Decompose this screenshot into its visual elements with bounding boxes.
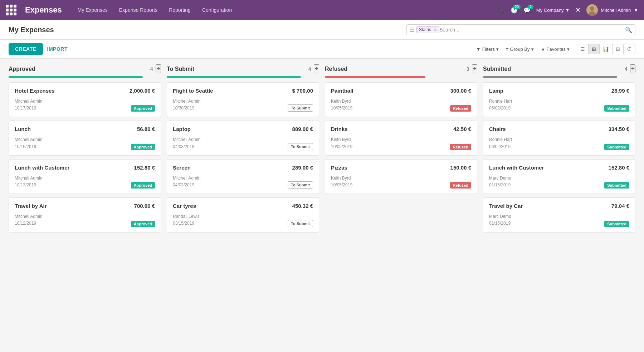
calendar-icon[interactable]: 🕐 20 bbox=[511, 7, 518, 14]
card-date: 10/05/2019 bbox=[331, 182, 352, 189]
kanban-card[interactable]: Pizzas 150.00 € Keith Byrd 10/05/2019 Re… bbox=[325, 159, 477, 194]
create-button[interactable]: CREATE bbox=[9, 43, 43, 55]
card-row-bottom: Mitchell Admin 04/03/2019 To Submit bbox=[173, 175, 313, 189]
subheader: My Expenses ☰ Status ✕ 🔍 bbox=[0, 20, 644, 40]
card-row-bottom: Keith Byrd 10/05/2019 Refused bbox=[331, 98, 471, 112]
clock-view-button[interactable]: ⏱ bbox=[624, 44, 635, 54]
phone-icon[interactable]: 📞 bbox=[498, 7, 505, 14]
kanban-card[interactable]: Lunch 56.80 € Mitchell Admin 10/15/2019 … bbox=[9, 121, 161, 155]
kanban-card[interactable]: Laptop 889.00 € Mitchell Admin 04/03/201… bbox=[167, 121, 319, 155]
card-amount: 56.80 € bbox=[137, 126, 155, 132]
card-user: Keith Byrd bbox=[331, 136, 352, 143]
card-meta: Mitchell Admin 10/12/2019 bbox=[15, 213, 42, 227]
kanban-card[interactable]: Lamp 28.99 € Ronnie Hart 06/02/2019 Subm… bbox=[483, 82, 635, 117]
col-count-tosubmit: 4 bbox=[308, 66, 311, 72]
card-badge: Submitted bbox=[604, 105, 629, 112]
col-add-button-tosubmit[interactable]: + bbox=[314, 64, 319, 73]
user-chevron: ▼ bbox=[634, 8, 638, 13]
nav-my-expenses[interactable]: My Expenses bbox=[73, 5, 112, 15]
toolbar-right: ▼ Filters ▾ ≡ Group By ▾ ★ Favorites ▾ ☰… bbox=[473, 44, 635, 54]
card-amount: 889.00 € bbox=[292, 126, 313, 132]
card-row-bottom: Ronnie Hart 06/02/2019 Submitted bbox=[489, 98, 629, 112]
nav-reporting[interactable]: Reporting bbox=[165, 5, 195, 15]
card-user: Mitchell Admin bbox=[15, 175, 42, 182]
card-row-top: Car tyres 450.32 € bbox=[173, 203, 313, 209]
card-meta: Ronnie Hart 06/02/2019 bbox=[489, 98, 512, 112]
card-row-bottom: Mitchell Admin 10/17/2019 Approved bbox=[15, 98, 155, 112]
col-add-button-approved[interactable]: + bbox=[156, 64, 161, 73]
card-meta: Mitchell Admin 04/03/2019 bbox=[173, 136, 200, 150]
app-grid-icon[interactable] bbox=[6, 5, 16, 15]
kanban-card[interactable]: Travel by Car 79.04 € Marc Demo 01/15/20… bbox=[483, 197, 635, 232]
filter-tag-remove[interactable]: ✕ bbox=[433, 27, 437, 32]
card-row-bottom: Keith Byrd 10/05/2019 Refused bbox=[331, 175, 471, 189]
card-amount: 152.80 € bbox=[609, 165, 629, 171]
kanban-card[interactable]: Screen 289.00 € Mitchell Admin 04/03/201… bbox=[167, 159, 319, 194]
kanban-card[interactable]: Lunch with Customer 152.80 € Marc Demo 0… bbox=[483, 159, 635, 194]
kanban-card[interactable]: Lunch with Customer 152.80 € Mitchell Ad… bbox=[9, 159, 161, 194]
groupby-button[interactable]: ≡ Group By ▾ bbox=[503, 45, 537, 53]
card-amount: 150.00 € bbox=[450, 165, 471, 171]
card-meta: Mitchell Admin 10/17/2019 bbox=[15, 98, 42, 112]
card-meta: Marc Demo 01/15/2019 bbox=[489, 175, 511, 189]
kanban-card[interactable]: Chairs 334.50 € Ronnie Hart 06/02/2019 S… bbox=[483, 121, 635, 155]
favorites-button[interactable]: ★ Favorites ▾ bbox=[538, 45, 572, 53]
settings-close-icon[interactable]: ✕ bbox=[575, 6, 581, 14]
filters-chevron: ▾ bbox=[496, 47, 499, 52]
card-amount: 28.99 € bbox=[611, 88, 629, 94]
search-input[interactable] bbox=[439, 27, 625, 33]
list-view-button[interactable]: ☰ bbox=[577, 44, 589, 54]
col-header-approved: Approved 4 + bbox=[9, 64, 161, 73]
kanban-card[interactable]: Flight to Seattle $ 700.00 Mitchell Admi… bbox=[167, 82, 319, 117]
col-title-tosubmit: To Submit bbox=[167, 66, 194, 72]
card-meta: Mitchell Admin 04/03/2019 bbox=[173, 175, 200, 189]
card-row-top: Chairs 334.50 € bbox=[489, 126, 629, 132]
user-menu[interactable]: Mitchell Admin ▼ bbox=[586, 4, 638, 16]
chart-view-button[interactable]: 📊 bbox=[600, 44, 613, 54]
card-meta: Ronnie Hart 06/02/2019 bbox=[489, 136, 512, 150]
card-badge: Approved bbox=[131, 221, 155, 227]
kanban-card[interactable]: Travel by Air 700.00 € Mitchell Admin 10… bbox=[9, 197, 161, 232]
card-row-bottom: Mitchell Admin 04/03/2019 To Submit bbox=[173, 136, 313, 150]
card-user: Mitchell Admin bbox=[173, 98, 200, 105]
card-name: Lunch with Customer bbox=[15, 165, 69, 171]
import-button[interactable]: IMPORT bbox=[47, 46, 68, 52]
grid-view-button[interactable]: ⊟ bbox=[613, 44, 624, 54]
col-count-refused: 3 bbox=[467, 66, 469, 72]
card-user: Marc Demo bbox=[489, 175, 511, 182]
filters-button[interactable]: ▼ Filters ▾ bbox=[473, 45, 502, 53]
card-amount: 2,000.00 € bbox=[130, 88, 155, 94]
col-bar-approved bbox=[9, 76, 143, 78]
kanban-view-button[interactable]: ⊞ bbox=[589, 44, 600, 54]
col-add-button-submitted[interactable]: + bbox=[630, 64, 635, 73]
kanban-card[interactable]: Car tyres 450.32 € Randall Lewis 03/15/2… bbox=[167, 197, 319, 232]
card-badge: Approved bbox=[131, 144, 155, 150]
col-add-button-refused[interactable]: + bbox=[472, 64, 477, 73]
search-button[interactable]: 🔍 bbox=[625, 26, 632, 33]
kanban-card[interactable]: Drinks 42.50 € Keith Byrd 10/05/2019 Ref… bbox=[325, 121, 477, 155]
kanban-col-submitted: Submitted 4 + Lamp 28.99 € Ronnie Hart 0… bbox=[483, 64, 635, 236]
status-filter-tag[interactable]: Status ✕ bbox=[416, 26, 439, 33]
main-content: Approved 4 + Hotel Expenses 2,000.00 € M… bbox=[0, 59, 644, 242]
calendar-badge: 20 bbox=[513, 5, 521, 9]
card-meta: Keith Byrd 10/05/2019 bbox=[331, 175, 352, 189]
nav-configuration[interactable]: Configuration bbox=[198, 5, 236, 15]
page-title: My Expenses bbox=[9, 26, 54, 34]
card-date: 03/15/2019 bbox=[173, 220, 200, 227]
kanban-card[interactable]: Paintball 300.00 € Keith Byrd 10/05/2019… bbox=[325, 82, 477, 117]
nav-expense-reports[interactable]: Expense Reports bbox=[115, 5, 162, 15]
card-row-top: Pizzas 150.00 € bbox=[331, 165, 471, 171]
col-title-approved: Approved bbox=[9, 66, 35, 72]
company-selector[interactable]: My Company ▼ bbox=[536, 8, 570, 13]
filter-icon: ▼ bbox=[476, 47, 481, 52]
card-name: Car tyres bbox=[173, 203, 196, 209]
card-user: Ronnie Hart bbox=[489, 136, 512, 143]
card-user: Keith Byrd bbox=[331, 98, 352, 105]
card-user: Marc Demo bbox=[489, 213, 511, 220]
card-badge: Submitted bbox=[604, 144, 629, 150]
card-row-top: Lunch with Customer 152.80 € bbox=[15, 165, 155, 171]
card-row-top: Drinks 42.50 € bbox=[331, 126, 471, 132]
card-user: Mitchell Admin bbox=[173, 136, 200, 143]
chat-icon[interactable]: 💬 2 bbox=[523, 7, 531, 14]
kanban-card[interactable]: Hotel Expenses 2,000.00 € Mitchell Admin… bbox=[9, 82, 161, 117]
